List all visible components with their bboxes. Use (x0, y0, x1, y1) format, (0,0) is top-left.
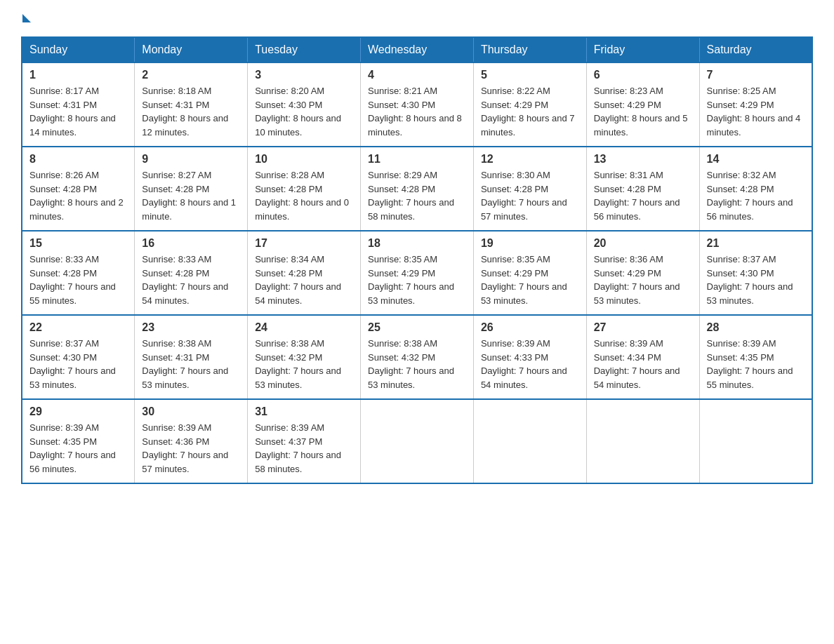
calendar-day-cell: 12 Sunrise: 8:30 AMSunset: 4:28 PMDaylig… (473, 147, 586, 231)
calendar-day-cell (699, 399, 812, 483)
day-number: 13 (594, 153, 692, 166)
day-info: Sunrise: 8:22 AMSunset: 4:29 PMDaylight:… (481, 84, 579, 139)
day-info: Sunrise: 8:17 AMSunset: 4:31 PMDaylight:… (29, 84, 127, 139)
day-number: 21 (707, 237, 805, 250)
day-number: 6 (594, 69, 692, 81)
calendar-day-cell (361, 399, 474, 483)
day-of-week-header: Thursday (473, 37, 586, 62)
calendar-day-cell: 18 Sunrise: 8:35 AMSunset: 4:29 PMDaylig… (361, 231, 474, 315)
day-number: 5 (481, 69, 579, 81)
day-number: 15 (29, 237, 127, 250)
day-number: 30 (142, 405, 240, 418)
calendar-week-row: 29 Sunrise: 8:39 AMSunset: 4:35 PMDaylig… (22, 399, 812, 483)
day-number: 10 (255, 153, 353, 166)
day-number: 9 (142, 153, 240, 166)
day-of-week-header: Wednesday (361, 37, 474, 62)
calendar-day-cell: 9 Sunrise: 8:27 AMSunset: 4:28 PMDayligh… (135, 147, 248, 231)
day-info: Sunrise: 8:37 AMSunset: 4:30 PMDaylight:… (29, 337, 127, 391)
day-info: Sunrise: 8:23 AMSunset: 4:29 PMDaylight:… (594, 84, 692, 139)
day-info: Sunrise: 8:25 AMSunset: 4:29 PMDaylight:… (707, 84, 805, 139)
calendar-day-cell (586, 399, 699, 483)
day-number: 29 (29, 405, 127, 418)
day-of-week-header: Tuesday (248, 37, 361, 62)
day-info: Sunrise: 8:20 AMSunset: 4:30 PMDaylight:… (255, 84, 353, 139)
day-info: Sunrise: 8:35 AMSunset: 4:29 PMDaylight:… (481, 253, 579, 307)
calendar-day-cell: 10 Sunrise: 8:28 AMSunset: 4:28 PMDaylig… (248, 147, 361, 231)
day-number: 31 (255, 405, 353, 418)
day-info: Sunrise: 8:39 AMSunset: 4:36 PMDaylight:… (142, 421, 240, 476)
logo (21, 14, 31, 22)
day-info: Sunrise: 8:35 AMSunset: 4:29 PMDaylight:… (368, 253, 466, 307)
day-number: 12 (481, 153, 579, 166)
day-of-week-header: Friday (586, 37, 699, 62)
day-info: Sunrise: 8:32 AMSunset: 4:28 PMDaylight:… (707, 168, 805, 223)
logo-triangle-icon (22, 14, 31, 22)
calendar-day-cell: 29 Sunrise: 8:39 AMSunset: 4:35 PMDaylig… (22, 399, 135, 483)
day-info: Sunrise: 8:34 AMSunset: 4:28 PMDaylight:… (255, 253, 353, 307)
calendar-day-cell: 31 Sunrise: 8:39 AMSunset: 4:37 PMDaylig… (248, 399, 361, 483)
calendar-day-cell: 28 Sunrise: 8:39 AMSunset: 4:35 PMDaylig… (699, 315, 812, 399)
calendar-day-cell: 23 Sunrise: 8:38 AMSunset: 4:31 PMDaylig… (135, 315, 248, 399)
day-number: 4 (368, 69, 466, 81)
calendar-day-cell: 8 Sunrise: 8:26 AMSunset: 4:28 PMDayligh… (22, 147, 135, 231)
day-info: Sunrise: 8:30 AMSunset: 4:28 PMDaylight:… (481, 168, 579, 223)
day-number: 3 (255, 69, 353, 81)
day-info: Sunrise: 8:38 AMSunset: 4:32 PMDaylight:… (255, 337, 353, 391)
logo-blue-text (21, 14, 31, 22)
day-info: Sunrise: 8:33 AMSunset: 4:28 PMDaylight:… (142, 253, 240, 307)
calendar-day-cell: 26 Sunrise: 8:39 AMSunset: 4:33 PMDaylig… (473, 315, 586, 399)
calendar-day-cell: 7 Sunrise: 8:25 AMSunset: 4:29 PMDayligh… (699, 62, 812, 147)
day-info: Sunrise: 8:39 AMSunset: 4:35 PMDaylight:… (29, 421, 127, 476)
day-number: 24 (255, 321, 353, 334)
calendar-day-cell: 4 Sunrise: 8:21 AMSunset: 4:30 PMDayligh… (361, 62, 474, 147)
day-info: Sunrise: 8:27 AMSunset: 4:28 PMDaylight:… (142, 168, 240, 223)
day-number: 17 (255, 237, 353, 250)
day-info: Sunrise: 8:38 AMSunset: 4:32 PMDaylight:… (368, 337, 466, 391)
day-info: Sunrise: 8:39 AMSunset: 4:37 PMDaylight:… (255, 421, 353, 476)
calendar-day-cell: 14 Sunrise: 8:32 AMSunset: 4:28 PMDaylig… (699, 147, 812, 231)
calendar-week-row: 1 Sunrise: 8:17 AMSunset: 4:31 PMDayligh… (22, 62, 812, 147)
day-number: 27 (594, 321, 692, 334)
calendar-day-cell (473, 399, 586, 483)
page-header (21, 14, 813, 22)
day-number: 8 (29, 153, 127, 166)
calendar-header-row: SundayMondayTuesdayWednesdayThursdayFrid… (22, 37, 812, 62)
calendar-day-cell: 3 Sunrise: 8:20 AMSunset: 4:30 PMDayligh… (248, 62, 361, 147)
day-number: 14 (707, 153, 805, 166)
day-number: 25 (368, 321, 466, 334)
calendar-day-cell: 17 Sunrise: 8:34 AMSunset: 4:28 PMDaylig… (248, 231, 361, 315)
calendar-day-cell: 11 Sunrise: 8:29 AMSunset: 4:28 PMDaylig… (361, 147, 474, 231)
day-number: 19 (481, 237, 579, 250)
calendar-day-cell: 13 Sunrise: 8:31 AMSunset: 4:28 PMDaylig… (586, 147, 699, 231)
day-of-week-header: Monday (135, 37, 248, 62)
calendar-day-cell: 30 Sunrise: 8:39 AMSunset: 4:36 PMDaylig… (135, 399, 248, 483)
day-number: 28 (707, 321, 805, 334)
calendar-day-cell: 25 Sunrise: 8:38 AMSunset: 4:32 PMDaylig… (361, 315, 474, 399)
day-info: Sunrise: 8:18 AMSunset: 4:31 PMDaylight:… (142, 84, 240, 139)
calendar-day-cell: 2 Sunrise: 8:18 AMSunset: 4:31 PMDayligh… (135, 62, 248, 147)
day-of-week-header: Sunday (22, 37, 135, 62)
day-info: Sunrise: 8:28 AMSunset: 4:28 PMDaylight:… (255, 168, 353, 223)
day-number: 22 (29, 321, 127, 334)
calendar-day-cell: 22 Sunrise: 8:37 AMSunset: 4:30 PMDaylig… (22, 315, 135, 399)
day-info: Sunrise: 8:29 AMSunset: 4:28 PMDaylight:… (368, 168, 466, 223)
day-info: Sunrise: 8:33 AMSunset: 4:28 PMDaylight:… (29, 253, 127, 307)
day-number: 11 (368, 153, 466, 166)
day-info: Sunrise: 8:37 AMSunset: 4:30 PMDaylight:… (707, 253, 805, 307)
day-of-week-header: Saturday (699, 37, 812, 62)
calendar-day-cell: 16 Sunrise: 8:33 AMSunset: 4:28 PMDaylig… (135, 231, 248, 315)
day-number: 7 (707, 69, 805, 81)
day-info: Sunrise: 8:38 AMSunset: 4:31 PMDaylight:… (142, 337, 240, 391)
calendar-day-cell: 6 Sunrise: 8:23 AMSunset: 4:29 PMDayligh… (586, 62, 699, 147)
calendar-day-cell: 5 Sunrise: 8:22 AMSunset: 4:29 PMDayligh… (473, 62, 586, 147)
day-info: Sunrise: 8:36 AMSunset: 4:29 PMDaylight:… (594, 253, 692, 307)
calendar-day-cell: 27 Sunrise: 8:39 AMSunset: 4:34 PMDaylig… (586, 315, 699, 399)
day-number: 18 (368, 237, 466, 250)
day-number: 20 (594, 237, 692, 250)
day-number: 1 (29, 69, 127, 81)
calendar-day-cell: 1 Sunrise: 8:17 AMSunset: 4:31 PMDayligh… (22, 62, 135, 147)
calendar-day-cell: 20 Sunrise: 8:36 AMSunset: 4:29 PMDaylig… (586, 231, 699, 315)
calendar-week-row: 22 Sunrise: 8:37 AMSunset: 4:30 PMDaylig… (22, 315, 812, 399)
day-number: 16 (142, 237, 240, 250)
day-number: 23 (142, 321, 240, 334)
